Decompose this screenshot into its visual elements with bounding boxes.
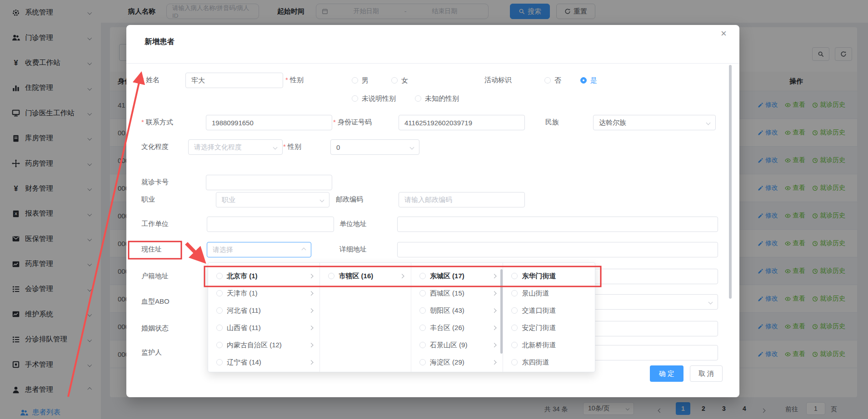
radio-icon xyxy=(328,273,334,279)
household-address-label: 户籍地址 xyxy=(141,272,169,281)
unit-address-input[interactable] xyxy=(397,217,718,232)
chevron-down-icon xyxy=(410,145,414,149)
postal-code-input[interactable]: 请输入邮政编码 xyxy=(399,192,525,207)
postal-code-label: 邮政编码 xyxy=(336,195,363,204)
chevron-right-icon xyxy=(492,274,496,278)
active-flag-radio-no[interactable]: 否 xyxy=(544,76,561,85)
radio-icon xyxy=(511,290,518,296)
cascader-option[interactable]: 东四街道 xyxy=(503,354,595,371)
cascader-option-label: 市辖区 (16) xyxy=(339,272,396,281)
cascader-scrollbar[interactable] xyxy=(500,269,503,354)
chevron-right-icon xyxy=(309,325,313,330)
detail-address-input[interactable] xyxy=(397,242,718,257)
visit-card-input[interactable] xyxy=(206,175,332,190)
cascader-option[interactable]: 北京市 (1) xyxy=(208,267,319,285)
cascader-option[interactable]: 东城区 (17) xyxy=(411,267,503,285)
cascader-option[interactable]: 内蒙古自治区 (12) xyxy=(208,336,319,354)
cascader-option[interactable]: 北新桥街道 xyxy=(503,336,595,354)
gender-radio-male[interactable]: 男 xyxy=(352,76,369,85)
cascader-option[interactable]: 东华门街道 xyxy=(503,267,595,285)
name-input[interactable]: 牢大 xyxy=(185,73,283,88)
visit-card-label: 就诊卡号 xyxy=(141,178,169,187)
ethnicity-label: 民族 xyxy=(545,118,559,127)
cascader-column: 东城区 (17)西城区 (15)朝阳区 (43)丰台区 (26)石景山区 (9)… xyxy=(411,263,504,372)
active-flag-radio-yes[interactable]: 是 xyxy=(580,76,597,85)
chevron-right-icon xyxy=(492,343,496,347)
cascader-option-label: 东城区 (17) xyxy=(430,272,489,281)
cascader-option-label: 安定门街道 xyxy=(522,324,588,332)
address-cascader-dropdown: 北京市 (1)天津市 (1)河北省 (11)山西省 (11)内蒙古自治区 (12… xyxy=(208,262,595,372)
chevron-right-icon xyxy=(492,360,496,364)
cascader-option[interactable]: 市辖区 (16) xyxy=(320,267,411,285)
cascader-option[interactable]: 河北省 (11) xyxy=(208,302,319,319)
chevron-right-icon xyxy=(492,325,496,330)
chevron-right-icon xyxy=(309,291,313,295)
active-flag-label: 活动标识 xyxy=(484,76,512,84)
work-unit-input[interactable] xyxy=(207,217,334,232)
chevron-right-icon xyxy=(492,291,496,295)
close-icon[interactable]: × xyxy=(721,29,727,39)
current-address-cascader-select[interactable]: 请选择 xyxy=(207,242,311,257)
confirm-button[interactable]: 确 定 xyxy=(650,365,683,382)
chevron-right-icon xyxy=(309,274,313,278)
cascader-option-label: 北京市 (1) xyxy=(227,272,305,281)
modal-scrollbar[interactable] xyxy=(729,65,732,299)
detail-address-label: 详细地址 xyxy=(339,245,367,254)
id-number-label: 身份证号码 xyxy=(333,118,372,127)
cascader-option[interactable]: 海淀区 (29) xyxy=(411,354,503,371)
gender-radio-unknown[interactable]: 未知的性别 xyxy=(415,94,459,103)
cascader-option-label: 丰台区 (26) xyxy=(430,324,489,332)
gender-radio-unstated[interactable]: 未说明性别 xyxy=(352,94,396,103)
cascader-option[interactable]: 交道口街道 xyxy=(503,302,595,319)
radio-icon xyxy=(511,359,518,365)
gender-code-select[interactable]: 0 xyxy=(330,139,419,155)
cascader-option[interactable]: 西城区 (15) xyxy=(411,285,503,302)
occupation-label: 职业 xyxy=(141,195,155,204)
cascader-option-label: 辽宁省 (14) xyxy=(227,358,305,367)
cascader-option[interactable]: 安定门街道 xyxy=(503,319,595,336)
ethnicity-select[interactable]: 达斡尔族 xyxy=(593,115,716,130)
cascader-column: 北京市 (1)天津市 (1)河北省 (11)山西省 (11)内蒙古自治区 (12… xyxy=(208,263,320,372)
cancel-button[interactable]: 取 消 xyxy=(690,365,723,382)
cascader-option[interactable]: 景山街道 xyxy=(503,285,595,302)
cascader-option[interactable]: 天津市 (1) xyxy=(208,285,319,302)
radio-icon xyxy=(216,290,223,296)
gender-code-label: 性别 xyxy=(283,143,301,151)
cascader-option-label: 石景山区 (9) xyxy=(430,341,489,350)
cascader-option[interactable]: 丰台区 (26) xyxy=(411,319,503,336)
cascader-option[interactable]: 山西省 (11) xyxy=(208,319,319,336)
chevron-down-icon xyxy=(320,197,324,202)
cascader-option[interactable]: 石景山区 (9) xyxy=(411,336,503,354)
radio-icon xyxy=(511,325,518,331)
chevron-down-icon xyxy=(706,120,711,125)
cascader-option[interactable]: 辽宁省 (14) xyxy=(208,354,319,371)
radio-icon xyxy=(511,307,518,314)
marital-status-label: 婚姻状态 xyxy=(141,324,169,333)
radio-icon xyxy=(511,342,518,348)
cascader-option-label: 景山街道 xyxy=(522,289,588,298)
cascader-option-label: 河北省 (11) xyxy=(227,306,305,315)
app: 系统管理门诊管理¥收费工作站住院管理门诊医生工作站库房管理药房管理¥财务管理X报… xyxy=(0,0,868,419)
id-number-input[interactable]: 411625192602039719 xyxy=(399,115,525,130)
radio-icon xyxy=(419,307,426,314)
radio-icon xyxy=(216,325,223,331)
radio-icon xyxy=(419,325,426,331)
cascader-column: 市辖区 (16) xyxy=(320,263,411,372)
chevron-down-icon xyxy=(273,145,278,149)
cascader-option-label: 海淀区 (29) xyxy=(430,358,489,367)
radio-icon xyxy=(216,359,223,365)
cascader-option-label: 山西省 (11) xyxy=(227,324,305,332)
contact-input[interactable]: 19880991650 xyxy=(206,115,332,130)
cascader-option[interactable]: 朝阳区 (43) xyxy=(411,302,503,319)
education-select[interactable]: 请选择文化程度 xyxy=(188,139,283,155)
radio-icon xyxy=(216,342,223,348)
cascader-column: 东华门街道景山街道交道口街道安定门街道北新桥街道东四街道 xyxy=(503,263,595,372)
radio-icon xyxy=(511,273,518,279)
occupation-select[interactable]: 职业 xyxy=(216,192,329,207)
current-address-label: 现住址 xyxy=(141,245,162,254)
cascader-option-label: 朝阳区 (43) xyxy=(430,306,489,315)
modal-title: 新增患者 xyxy=(145,37,175,47)
gender-radio-female[interactable]: 女 xyxy=(391,76,408,85)
radio-icon xyxy=(419,342,426,348)
chevron-up-icon xyxy=(302,247,306,252)
